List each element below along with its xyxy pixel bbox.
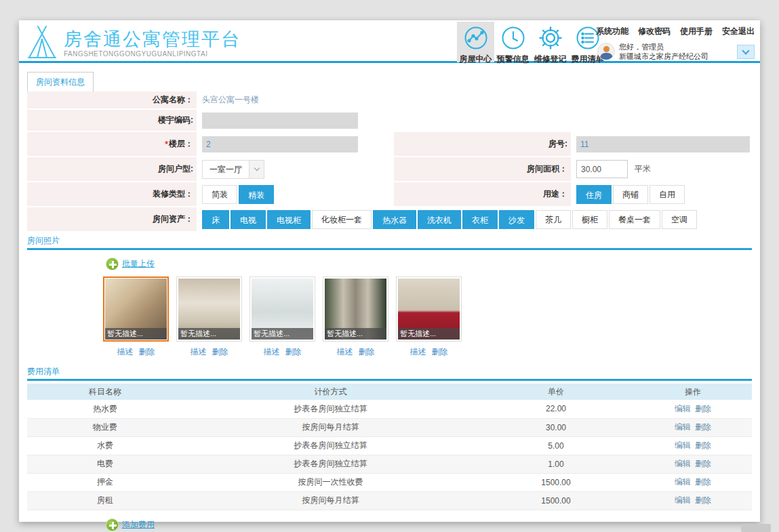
chevron-down-icon — [742, 47, 749, 54]
fees-section-title: 费用清单 — [27, 366, 760, 377]
photo-describe-link[interactable]: 描述 — [264, 346, 280, 358]
delete-link[interactable]: 删除 — [695, 495, 711, 505]
asset-option[interactable]: 电视 — [231, 210, 266, 229]
photo-describe-link[interactable]: 描述 — [337, 346, 353, 358]
app-subtitle: FANGSHETONGGONGYUGUANLIPINGTAI — [64, 50, 241, 58]
photo-delete-link[interactable]: 删除 — [285, 346, 302, 358]
user-manual-link[interactable]: 使用手册 — [680, 26, 713, 37]
edit-link[interactable]: 编辑 — [675, 495, 691, 505]
usage-option-residence[interactable]: 住房 — [576, 185, 612, 204]
col-header-actions: 操作 — [634, 384, 752, 400]
fee-price: 30.00 — [478, 418, 634, 436]
photo-delete-link[interactable]: 删除 — [359, 346, 375, 358]
usage-option-selfuse[interactable]: 自用 — [650, 185, 685, 204]
edit-link[interactable]: 编辑 — [675, 477, 691, 487]
table-row: 热水费 抄表各房间独立结算 22.00 编辑删除 — [27, 400, 752, 418]
usage-option-shop[interactable]: 商铺 — [613, 185, 648, 204]
col-header-unit-price: 单价 — [478, 384, 634, 400]
photo-describe-link[interactable]: 描述 — [117, 346, 134, 358]
delete-link[interactable]: 删除 — [695, 422, 711, 432]
logout-link[interactable]: 安全退出 — [722, 26, 755, 37]
decoration-type-label: 装修类型： — [27, 182, 197, 206]
gear-icon — [538, 26, 563, 52]
photo-describe-link[interactable]: 描述 — [410, 346, 426, 358]
photo-delete-link[interactable]: 删除 — [212, 346, 228, 358]
asset-option[interactable]: 茶几 — [536, 210, 571, 229]
building-code-input[interactable] — [202, 112, 358, 129]
photo-caption: 暂无描述... — [105, 328, 167, 340]
add-fee-link[interactable]: 添加费用 — [122, 519, 155, 531]
table-row: 押金 按房间一次性收费 1500.00 编辑删除 — [27, 473, 752, 491]
asset-option[interactable]: 橱柜 — [572, 210, 607, 229]
plus-icon — [106, 258, 119, 270]
delete-link[interactable]: 删除 — [695, 459, 711, 468]
room-photo: 暂无描述... — [178, 279, 240, 340]
asset-option[interactable]: 沙发 — [499, 210, 534, 229]
room-photo: 暂无描述... — [398, 279, 460, 340]
required-asterisk: * — [165, 140, 168, 149]
photo-describe-link[interactable]: 描述 — [191, 346, 207, 358]
avatar — [597, 43, 615, 60]
room-photo: 暂无描述... — [325, 279, 386, 340]
fee-price: 5.00 — [478, 436, 634, 455]
photo-thumbnail[interactable]: 暂无描述... — [323, 277, 388, 342]
fee-method: 抄表各房间独立结算 — [183, 400, 478, 418]
user-row: 您好，管理员 新疆城市之家房产经纪公司 — [597, 42, 755, 61]
tab-room-info[interactable]: 房间资料信息 — [27, 72, 94, 91]
fee-name: 电费 — [27, 455, 183, 473]
delete-link[interactable]: 删除 — [695, 477, 711, 487]
fee-method: 抄表各房间独立结算 — [183, 436, 478, 455]
asset-option[interactable]: 热水器 — [373, 210, 416, 229]
chart-circle-icon — [464, 26, 488, 52]
fee-name: 物业费 — [27, 418, 183, 436]
main-window: 房舍通公寓管理平台 FANGSHETONGGONGYUGUANLIPINGTAI… — [19, 20, 760, 522]
photo-thumbnail[interactable]: 暂无描述... — [103, 277, 169, 342]
top-links: 系统功能 修改密码 使用手册 安全退出 — [597, 26, 755, 37]
delete-link[interactable]: 删除 — [695, 441, 711, 450]
fee-method: 抄表各房间独立结算 — [183, 455, 478, 473]
photo-thumbnail[interactable]: 暂无描述... — [176, 277, 242, 342]
section-divider — [27, 379, 752, 381]
nav-item-house-center[interactable]: 房屋中心 — [457, 22, 494, 62]
photo-thumbnail[interactable]: 暂无描述... — [396, 277, 462, 342]
top-nav: 房屋中心 预警信息 — [457, 22, 606, 62]
floor-input[interactable] — [202, 136, 358, 152]
decoration-option-simple[interactable]: 简装 — [202, 185, 237, 204]
fee-method: 按房间每月结算 — [183, 418, 478, 436]
asset-option[interactable]: 化妆柜一套 — [312, 210, 372, 229]
edit-link[interactable]: 编辑 — [675, 441, 691, 450]
room-type-select[interactable]: 一室一厅 — [202, 160, 264, 179]
batch-upload-link[interactable]: 批量上传 — [122, 258, 155, 270]
asset-option[interactable]: 餐桌一套 — [609, 210, 660, 229]
apartment-name-value: 头宫公寓一号楼 — [202, 94, 259, 106]
photo-delete-link[interactable]: 删除 — [432, 346, 448, 358]
edit-link[interactable]: 编辑 — [675, 422, 691, 432]
photo-caption: 暂无描述... — [252, 328, 313, 340]
collapse-header-button[interactable] — [737, 45, 755, 59]
room-photo: 暂无描述... — [105, 279, 167, 340]
apartment-name-label: 公寓名称： — [27, 91, 197, 108]
nav-item-repair-register[interactable]: 维修登记 — [532, 22, 569, 62]
edit-link[interactable]: 编辑 — [675, 404, 691, 413]
change-password-link[interactable]: 修改密码 — [638, 26, 671, 37]
edit-link[interactable]: 编辑 — [675, 459, 691, 468]
asset-option[interactable]: 衣柜 — [462, 210, 498, 229]
room-no-input[interactable] — [576, 136, 750, 152]
system-functions-link[interactable]: 系统功能 — [596, 26, 628, 37]
scrollbar-thumb[interactable] — [741, 524, 771, 532]
asset-option[interactable]: 空调 — [662, 210, 697, 229]
delete-link[interactable]: 删除 — [695, 404, 711, 413]
asset-option[interactable]: 洗衣机 — [418, 210, 461, 229]
table-row: 水费 抄表各房间独立结算 5.00 编辑删除 — [27, 436, 752, 455]
fee-table: 科目名称 计价方式 单价 操作 热水费 抄表各房间独立结算 22.00 编辑删除… — [27, 384, 752, 510]
asset-option[interactable]: 床 — [202, 210, 229, 229]
user-greeting: 您好，管理员 — [619, 42, 708, 52]
photo-item: 暂无描述... 描述 删除 — [396, 277, 462, 358]
photo-thumbnail[interactable]: 暂无描述... — [249, 277, 315, 342]
asset-option[interactable]: 电视柜 — [267, 210, 311, 229]
room-area-input[interactable] — [576, 160, 628, 178]
photo-item: 暂无描述... 描述 删除 — [249, 277, 315, 358]
photo-delete-link[interactable]: 删除 — [139, 346, 155, 358]
decoration-option-fine[interactable]: 精装 — [239, 185, 274, 204]
nav-item-warning-info[interactable]: 预警信息 — [494, 22, 532, 62]
